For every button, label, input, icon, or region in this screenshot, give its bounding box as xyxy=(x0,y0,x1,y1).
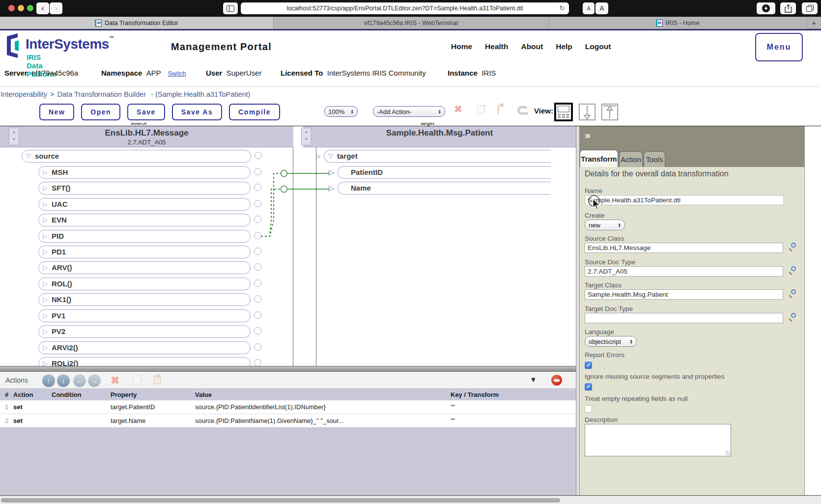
tab-transform[interactable]: Transform xyxy=(580,150,618,167)
resize-handle-icon[interactable] xyxy=(726,451,730,455)
tree-node-pv2[interactable]: ▷PV2 xyxy=(38,325,251,338)
tree-node-uac[interactable]: ▷UAC xyxy=(38,198,251,211)
breadcrumb-interoperability[interactable]: Interoperability xyxy=(0,90,47,98)
search-class-icon[interactable] xyxy=(788,243,796,251)
tree-node-arvi2[interactable]: ▷ARVi2() xyxy=(38,341,251,354)
remove-icon[interactable] xyxy=(551,375,562,386)
report-errors-checkbox[interactable]: ✓ xyxy=(585,362,592,369)
tree-node-pd1[interactable]: ▷PD1 xyxy=(38,246,251,258)
expand-icon[interactable]: ▷ xyxy=(43,167,48,178)
collapse-panel-icon[interactable]: » xyxy=(585,129,591,141)
expand-icon[interactable]: ▷ xyxy=(43,262,48,274)
source-class-input[interactable] xyxy=(585,243,783,253)
collapse-icon[interactable]: ▽ xyxy=(26,150,31,162)
tab-overview-button[interactable] xyxy=(802,2,818,14)
tree-node-target-root[interactable]: ▷ ▽ target xyxy=(324,150,551,163)
col-key-transform[interactable]: Key / Transform xyxy=(451,391,576,398)
filter-dropdown-icon[interactable]: ▼ xyxy=(530,375,537,384)
tab-tools[interactable]: Tools xyxy=(644,151,665,167)
connector-port[interactable] xyxy=(254,295,261,303)
connector-port[interactable] xyxy=(254,327,261,335)
name-input[interactable] xyxy=(585,195,784,205)
forward-button[interactable]: › xyxy=(50,2,62,14)
scrollbar-thumb[interactable] xyxy=(1,498,560,503)
connector-port[interactable] xyxy=(254,359,261,366)
share-button[interactable] xyxy=(780,2,796,14)
expand-icon[interactable]: ▷ xyxy=(43,214,48,226)
tree-node-roli2[interactable]: ▷ROLi2() xyxy=(38,357,251,366)
url-bar[interactable]: localhost:52773/csp/app/EnsPortal.DTLEdi… xyxy=(241,2,569,14)
move-up-button[interactable]: ↑ xyxy=(42,374,55,387)
sidebar-icon[interactable] xyxy=(223,2,238,14)
tab-data-transformation-editor[interactable]: IR Data Transformation Editor xyxy=(0,17,274,29)
connector-port[interactable] xyxy=(254,311,261,319)
connector-port[interactable] xyxy=(255,152,262,159)
tree-node-name[interactable]: ▷ Name xyxy=(338,182,551,195)
add-action-select[interactable]: -Add Action-▲▼ xyxy=(373,106,445,117)
action-row-2[interactable]: 2 set target.Name source.{PID:PatientNam… xyxy=(0,414,576,428)
move-left-button[interactable]: ← xyxy=(73,374,86,387)
expand-icon[interactable]: ▷ xyxy=(43,342,48,354)
reload-icon[interactable]: ↻ xyxy=(559,4,565,12)
target-class-input[interactable] xyxy=(585,289,783,300)
horizontal-scrollbar[interactable] xyxy=(0,496,821,504)
view-split-icon[interactable] xyxy=(554,103,573,121)
tree-node-rol[interactable]: ▷ROL() xyxy=(38,278,251,290)
search-class-icon[interactable] xyxy=(788,289,796,298)
target-doc-type-input[interactable] xyxy=(585,313,783,323)
expand-icon[interactable]: ▷ xyxy=(316,150,321,163)
nav-health[interactable]: Health xyxy=(485,42,508,51)
tree-node-patientid[interactable]: ▷ PatientID xyxy=(338,166,551,179)
move-down-button[interactable]: ↓ xyxy=(57,374,70,387)
connector-port[interactable] xyxy=(254,248,261,255)
zoom-select[interactable]: 100%▲▼ xyxy=(324,106,358,117)
connector-port[interactable] xyxy=(254,200,261,207)
connector-port[interactable] xyxy=(254,184,261,191)
compile-button[interactable]: Compile xyxy=(229,104,280,120)
connector-port[interactable] xyxy=(254,280,261,287)
breadcrumb-page[interactable]: Data Transformation Builder xyxy=(57,90,146,98)
tree-node-nk1[interactable]: ▷NK1() xyxy=(38,293,251,306)
language-select[interactable]: objectscript▲▼ xyxy=(585,336,637,347)
font-smaller-button[interactable]: A xyxy=(583,2,595,14)
treat-empty-checkbox[interactable] xyxy=(585,405,592,413)
downloads-button[interactable] xyxy=(757,2,775,14)
close-window-icon[interactable] xyxy=(8,5,15,11)
panel-resize-divider[interactable] xyxy=(576,126,580,495)
expand-icon[interactable]: ▷ xyxy=(43,294,48,306)
back-button[interactable]: ‹ xyxy=(36,2,49,14)
open-button[interactable]: Open xyxy=(81,104,120,120)
col-condition[interactable]: Condition xyxy=(52,391,111,398)
tree-node-msh[interactable]: ▷MSH xyxy=(38,166,251,179)
expand-icon[interactable]: ▷ xyxy=(43,310,48,322)
connector-port[interactable] xyxy=(254,216,261,223)
expand-icon[interactable]: ▷ xyxy=(43,278,48,290)
create-select[interactable]: new▲▼ xyxy=(585,220,625,230)
connector-port[interactable] xyxy=(254,168,261,175)
tree-node-pv1[interactable]: ▷PV1 xyxy=(38,309,251,322)
expand-icon[interactable]: ▷ xyxy=(43,198,48,210)
ignore-missing-checkbox[interactable]: ✓ xyxy=(585,383,592,391)
minimize-window-icon[interactable] xyxy=(18,5,24,11)
expand-icon[interactable]: ▷ xyxy=(43,246,48,258)
tree-node-arv[interactable]: ▷ARV() xyxy=(38,261,251,274)
collapse-icon[interactable]: ▽ xyxy=(328,150,333,162)
col-action[interactable]: Action xyxy=(13,391,52,398)
font-larger-button[interactable]: A xyxy=(595,2,608,14)
nav-logout[interactable]: Logout xyxy=(585,42,611,51)
tree-node-sft[interactable]: ▷SFT() xyxy=(38,182,251,195)
expand-icon[interactable]: ▷ xyxy=(43,358,48,366)
nav-home[interactable]: Home xyxy=(451,42,472,51)
switch-namespace-link[interactable]: Switch xyxy=(168,70,186,77)
new-tab-button[interactable]: + xyxy=(807,17,821,28)
tree-node-source-root[interactable]: ▽ source xyxy=(22,150,251,163)
description-textarea[interactable] xyxy=(585,424,731,456)
expand-icon[interactable]: ▷ xyxy=(43,230,48,242)
search-doctype-icon[interactable] xyxy=(788,313,796,321)
tree-node-evn[interactable]: ▷EVN xyxy=(38,214,251,226)
panel-splitter[interactable] xyxy=(0,366,576,372)
connector-port[interactable] xyxy=(254,343,261,351)
save-button[interactable]: Save xyxy=(127,104,165,120)
source-scroll-widget[interactable]: ▲▼ xyxy=(9,128,19,145)
move-right-button[interactable]: → xyxy=(88,374,101,387)
